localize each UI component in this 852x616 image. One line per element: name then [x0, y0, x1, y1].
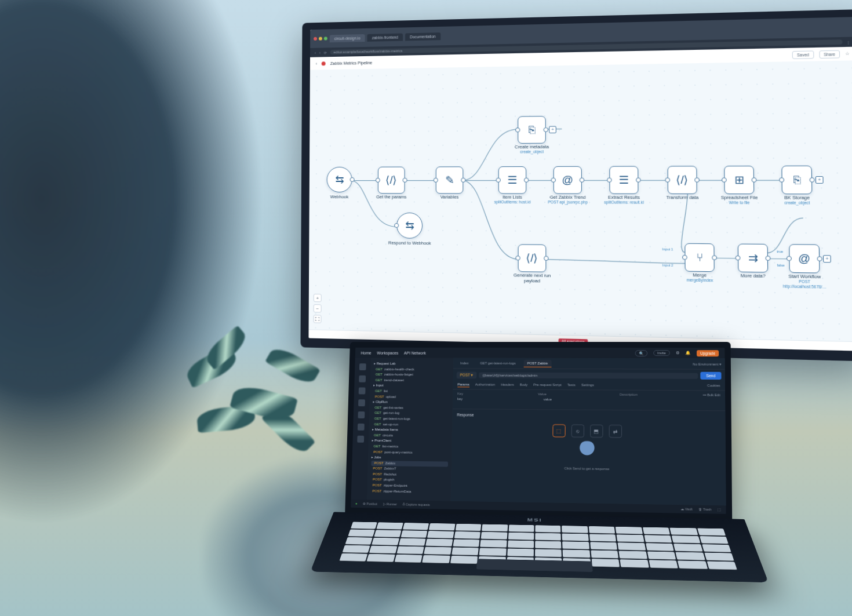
keyboard-key[interactable]: [454, 531, 480, 539]
request-url-input[interactable]: {{baseUrl}}/services/weblogic/admin: [479, 372, 698, 378]
keyboard-key[interactable]: [424, 547, 451, 555]
keyboard-key[interactable]: [643, 527, 671, 535]
workflow-canvas[interactable]: ⎘+ Create metadatacreate_object ⇆ Webhoo…: [308, 60, 852, 351]
keyboard-key[interactable]: [619, 551, 647, 559]
nav-fwd-icon[interactable]: ›: [319, 51, 321, 54]
settings-icon[interactable]: ⚙: [676, 351, 679, 355]
node-transform-data[interactable]: ⟨/⟩ Transform data: [668, 166, 697, 194]
browser-tab[interactable]: Documentation: [405, 32, 440, 41]
mock-icon[interactable]: [358, 399, 365, 406]
keyboard-key[interactable]: [592, 559, 620, 567]
node-more-data[interactable]: ⇉ More data? true false: [738, 243, 768, 272]
keyboard-key[interactable]: [369, 546, 397, 554]
apis-icon[interactable]: [359, 376, 366, 382]
keyboard-key[interactable]: [482, 524, 508, 532]
keyboard-key[interactable]: [616, 527, 643, 534]
keyboard-key[interactable]: [591, 550, 618, 558]
keyboard-key[interactable]: [535, 533, 561, 541]
keyboard-key[interactable]: [508, 524, 534, 532]
zoom-fit-button[interactable]: ⛶: [314, 315, 322, 323]
back-button[interactable]: ‹: [316, 61, 317, 65]
collections-tree[interactable]: ▸ Request Lab GETzabbix-health-check GET…: [367, 358, 454, 501]
collections-icon[interactable]: [359, 363, 366, 370]
keyboard-key[interactable]: [590, 542, 617, 550]
cookies-link[interactable]: Cookies: [707, 384, 720, 388]
tool-panel-icon[interactable]: ⬒: [590, 424, 603, 438]
node-item-lists[interactable]: ☰ Item ListssplitOutItems: host.id: [498, 166, 526, 194]
tree-request[interactable]: GETtrend-dataset: [373, 378, 450, 384]
tree-request[interactable]: GETget-latest-run-logs: [372, 416, 449, 422]
send-button[interactable]: Send: [700, 372, 721, 380]
keyboard-key[interactable]: [508, 540, 534, 548]
keyboard-key[interactable]: [348, 529, 375, 537]
invite-button[interactable]: Invite: [653, 350, 670, 356]
keyboard-key[interactable]: [563, 549, 590, 557]
keyboard-key[interactable]: [562, 526, 588, 533]
share-button[interactable]: Share: [819, 50, 840, 59]
request-tab[interactable]: POST Zabbix: [524, 359, 552, 367]
keyboard-key[interactable]: [450, 556, 478, 564]
keyboard-key[interactable]: [535, 525, 560, 533]
keyboard-key[interactable]: [617, 534, 645, 542]
flows-icon[interactable]: [358, 424, 365, 431]
node-merge[interactable]: ⑂ Merge mergeByIndex Input 1 Input 2: [684, 243, 715, 272]
status-vault[interactable]: ☁ Vault: [680, 507, 693, 511]
keyboard-key[interactable]: [673, 544, 702, 552]
request-tab[interactable]: GET get-latest-run-logs: [476, 360, 519, 367]
keyboard-key[interactable]: [700, 536, 729, 544]
node-get-params[interactable]: ⟨/⟩ Get the params: [378, 167, 405, 194]
keyboard-key[interactable]: [399, 538, 426, 546]
keyboard-key[interactable]: [425, 539, 453, 546]
subtab-body[interactable]: Body: [520, 383, 528, 388]
keyboard-key[interactable]: [452, 548, 479, 556]
subtab-params[interactable]: Params: [457, 382, 469, 387]
nav-workspaces[interactable]: Workspaces: [377, 351, 398, 355]
status-postbot[interactable]: ⊕ Postbot: [363, 502, 377, 505]
subtab-headers[interactable]: Headers: [501, 383, 514, 388]
add-node-icon[interactable]: +: [815, 176, 824, 184]
keyboard-key[interactable]: [702, 544, 731, 552]
keyboard-key[interactable]: [481, 532, 507, 540]
subtab-pre-request-script[interactable]: Pre-request Script: [533, 383, 561, 388]
notifications-icon[interactable]: 🔔: [686, 351, 691, 355]
keyboard-key[interactable]: [339, 553, 367, 562]
keyboard-key[interactable]: [649, 560, 678, 568]
node-generate-next-payload[interactable]: ⟨/⟩ Generate next run payload: [518, 244, 547, 272]
node-spreadsheet-file[interactable]: ⊞ Spreadsheet FileWrite to file: [724, 166, 754, 194]
keyboard-key[interactable]: [455, 524, 481, 531]
keyboard-key[interactable]: [427, 531, 454, 538]
nav-api-network[interactable]: API Network: [404, 351, 426, 355]
add-node-icon[interactable]: +: [549, 126, 556, 133]
keyboard-key[interactable]: [535, 541, 562, 549]
keyboard-key[interactable]: [670, 528, 698, 535]
subtab-tests[interactable]: Tests: [567, 383, 576, 388]
browser-tab[interactable]: circuit-design.io: [330, 34, 365, 42]
node-create-metadata[interactable]: ⎘+ Create metadatacreate_object: [518, 116, 546, 144]
keyboard-key[interactable]: [697, 528, 726, 535]
subtab-settings[interactable]: Settings: [581, 383, 594, 388]
environments-icon[interactable]: [359, 388, 366, 395]
status-panel-toggle[interactable]: ⬚: [718, 508, 721, 511]
keyboard-key[interactable]: [589, 534, 617, 541]
keyboard-key[interactable]: [345, 537, 373, 545]
keyboard-key[interactable]: [508, 533, 534, 540]
status-capture[interactable]: ♁ Capture requests: [403, 502, 430, 506]
star-icon[interactable]: ☆: [845, 51, 849, 56]
tool-select-icon[interactable]: ⬚: [552, 424, 565, 438]
node-webhook[interactable]: ⇆ Webhook: [327, 167, 352, 192]
node-get-zabbix-trend[interactable]: @ Get Zabbix TrendPOST api_jsonrpc.php: [554, 166, 582, 194]
zoom-out-button[interactable]: −: [314, 304, 322, 312]
keyboard-key[interactable]: [480, 540, 507, 548]
keyboard-key[interactable]: [351, 522, 377, 529]
keyboard-key[interactable]: [507, 548, 534, 556]
tree-request[interactable]: GETlist: [373, 389, 450, 395]
node-bk-storage[interactable]: ⎘+ BK Storagecreate_object: [781, 166, 812, 195]
zoom-in-button[interactable]: +: [314, 294, 322, 302]
params-table[interactable]: ••• Bulk Edit Key Value Description key …: [453, 389, 725, 406]
reload-icon[interactable]: ⟳: [324, 50, 327, 54]
search-input[interactable]: 🔍: [635, 350, 647, 356]
keyboard-key[interactable]: [394, 555, 423, 563]
keyboard-key[interactable]: [429, 523, 455, 531]
request-tab[interactable]: Index: [457, 360, 472, 367]
tree-request[interactable]: GETzabbix-health-check: [374, 367, 450, 373]
